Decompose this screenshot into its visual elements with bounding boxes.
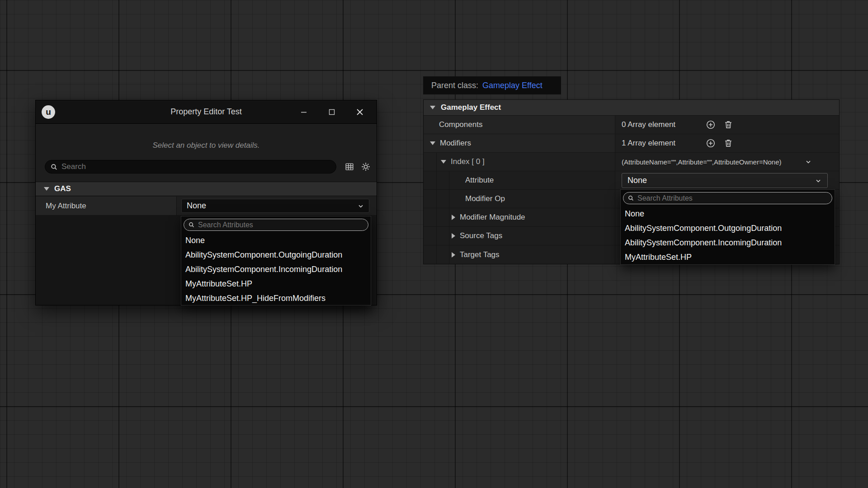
row-label[interactable]: Modifiers bbox=[424, 134, 615, 152]
row-modifiers: Modifiers 1 Array element bbox=[424, 134, 839, 153]
add-element-button[interactable] bbox=[706, 138, 716, 148]
row-label-text: Components bbox=[439, 120, 482, 129]
minimize-button[interactable] bbox=[290, 100, 318, 123]
row-label: Components bbox=[424, 116, 615, 134]
dropdown-item[interactable]: MyAttributeSet.HP bbox=[621, 250, 835, 264]
maximize-button[interactable] bbox=[318, 100, 346, 123]
blueprint-grid-background: { "property_editor": { "title": "Propert… bbox=[0, 0, 868, 488]
my-attribute-combobox[interactable]: None bbox=[181, 199, 369, 213]
attribute-search-input[interactable] bbox=[198, 221, 364, 229]
window-controls bbox=[290, 100, 374, 123]
row-label[interactable]: Modifier Magnitude bbox=[424, 208, 615, 226]
minimize-icon bbox=[300, 108, 307, 116]
empty-details-hint: Select an object to view details. bbox=[36, 141, 377, 150]
details-search-row bbox=[45, 160, 370, 174]
triangle-down-icon bbox=[44, 187, 49, 191]
combobox-value: None bbox=[187, 201, 357, 211]
maximize-icon bbox=[328, 108, 335, 116]
attribute-search-input[interactable] bbox=[637, 194, 828, 202]
dropdown-item[interactable]: AbilitySystemComponent.OutgoingDuration bbox=[181, 248, 371, 262]
category-header-gas[interactable]: GAS bbox=[36, 182, 377, 196]
row-attribute: Attribute None bbox=[424, 171, 839, 190]
dropdown-item[interactable]: AbilitySystemComponent.IncomingDuration bbox=[621, 235, 835, 250]
dropdown-item[interactable]: None bbox=[181, 233, 371, 248]
search-icon bbox=[627, 195, 634, 202]
row-label: Modifier Op bbox=[424, 190, 615, 208]
close-button[interactable] bbox=[346, 100, 374, 123]
chevron-down-icon bbox=[357, 202, 364, 210]
row-value: (AttributeName="",Attribute="",Attribute… bbox=[615, 153, 839, 171]
row-label-text: Modifiers bbox=[440, 139, 471, 148]
clear-array-button[interactable] bbox=[723, 138, 733, 148]
row-components: Components 0 Array element bbox=[424, 116, 839, 134]
details-search-input[interactable] bbox=[61, 162, 331, 171]
triangle-down-icon bbox=[441, 160, 446, 164]
row-index-0: Index [ 0 ] (AttributeName="",Attribute=… bbox=[424, 153, 839, 171]
row-label-text: Target Tags bbox=[460, 250, 500, 259]
property-value-cell: None bbox=[176, 197, 377, 216]
trash-icon bbox=[723, 120, 733, 130]
row-label-text: Source Tags bbox=[460, 231, 502, 240]
parent-class-link[interactable]: Gameplay Effect bbox=[482, 81, 542, 90]
property-editor-window: u Property Editor Test Select an object … bbox=[35, 100, 377, 305]
row-label: Attribute bbox=[424, 171, 615, 189]
plus-circle-icon bbox=[706, 120, 716, 130]
row-label[interactable]: Index [ 0 ] bbox=[424, 153, 615, 171]
array-count-text: 0 Array element bbox=[615, 120, 675, 129]
array-count-text: 1 Array element bbox=[615, 139, 675, 148]
row-label-text: Modifier Op bbox=[465, 194, 505, 203]
row-label-text: Index [ 0 ] bbox=[451, 157, 485, 166]
table-view-icon bbox=[344, 162, 354, 172]
triangle-right-icon bbox=[452, 215, 455, 220]
row-value: 1 Array element bbox=[615, 134, 839, 152]
row-value: None bbox=[615, 171, 839, 189]
triangle-down-icon bbox=[430, 141, 435, 145]
details-search-box[interactable] bbox=[45, 160, 336, 174]
chevron-down-icon bbox=[815, 177, 822, 184]
property-row-my-attribute: My Attribute None bbox=[36, 197, 377, 216]
dropdown-item[interactable]: None bbox=[621, 206, 835, 221]
attribute-combobox[interactable]: None bbox=[622, 173, 828, 188]
struct-preview-text: (AttributeName="",Attribute="",Attribute… bbox=[615, 158, 782, 166]
clear-array-button[interactable] bbox=[723, 120, 733, 130]
triangle-down-icon bbox=[430, 106, 435, 109]
row-label-text: Modifier Magnitude bbox=[460, 213, 525, 222]
attribute-search-box[interactable] bbox=[184, 219, 368, 231]
attribute-search-box[interactable] bbox=[623, 192, 832, 204]
attribute-dropdown-popup: None AbilitySystemComponent.OutgoingDura… bbox=[181, 216, 371, 305]
row-value: 0 Array element bbox=[615, 116, 839, 134]
row-label-text: Attribute bbox=[465, 176, 494, 185]
display-settings-button[interactable] bbox=[344, 162, 354, 172]
view-options-button[interactable] bbox=[361, 162, 371, 172]
category-header-gameplay-effect[interactable]: Gameplay Effect bbox=[424, 100, 839, 116]
combobox-value: None bbox=[627, 176, 815, 185]
parent-class-bar: Parent class: Gameplay Effect bbox=[423, 76, 561, 94]
close-icon bbox=[356, 108, 364, 116]
search-icon bbox=[50, 163, 58, 171]
category-label: Gameplay Effect bbox=[441, 103, 501, 112]
chevron-down-icon bbox=[805, 158, 812, 165]
add-element-button[interactable] bbox=[706, 120, 716, 130]
property-label: My Attribute bbox=[36, 197, 176, 216]
category-label: GAS bbox=[54, 184, 71, 193]
dropdown-item[interactable]: AbilitySystemComponent.OutgoingDuration bbox=[621, 221, 835, 235]
triangle-right-icon bbox=[452, 252, 455, 258]
plus-circle-icon bbox=[706, 138, 716, 148]
triangle-right-icon bbox=[452, 233, 455, 239]
dropdown-item[interactable]: AbilitySystemComponent.IncomingDuration bbox=[181, 262, 371, 277]
dropdown-item[interactable]: MyAttributeSet.HP bbox=[181, 277, 371, 291]
parent-class-label: Parent class: bbox=[431, 81, 478, 90]
gear-icon bbox=[361, 162, 371, 172]
trash-icon bbox=[723, 138, 733, 148]
row-label[interactable]: Target Tags bbox=[424, 245, 615, 264]
row-label[interactable]: Source Tags bbox=[424, 227, 615, 245]
search-icon bbox=[188, 221, 195, 228]
dropdown-item[interactable]: MyAttributeSet.HP_HideFromModifiers bbox=[181, 291, 371, 305]
window-titlebar[interactable]: u Property Editor Test bbox=[36, 100, 377, 124]
struct-expand-button[interactable] bbox=[805, 158, 812, 165]
attribute-dropdown-popup: None AbilitySystemComponent.OutgoingDura… bbox=[620, 189, 835, 265]
